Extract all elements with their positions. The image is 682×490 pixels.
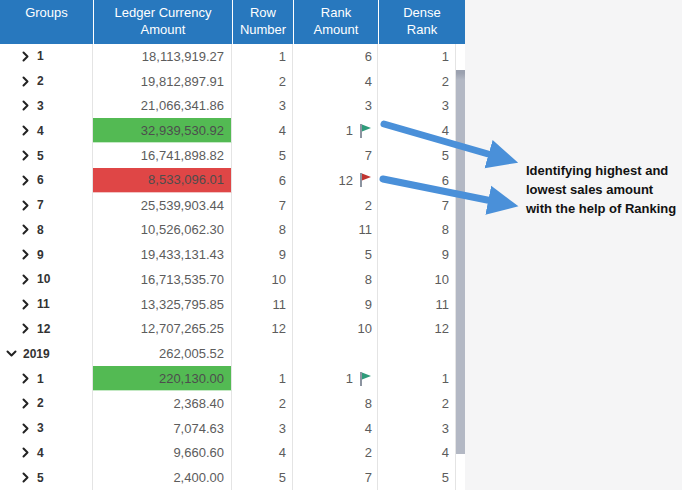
dense-rank-cell: 9	[378, 242, 456, 267]
group-cell[interactable]: 2	[0, 391, 93, 416]
chevron-right-icon[interactable]	[20, 200, 31, 211]
row-number-cell: 1	[232, 366, 293, 391]
rank-amount-cell: 1	[293, 366, 378, 391]
chevron-right-icon[interactable]	[20, 274, 31, 285]
group-cell[interactable]: 4	[0, 118, 93, 143]
row-number-cell: 5	[232, 143, 293, 168]
flag-green-icon	[356, 371, 372, 387]
group-cell[interactable]: 1	[0, 44, 93, 69]
rank-amount-cell: 6	[293, 44, 378, 69]
dense-rank-cell: 2	[378, 69, 456, 94]
group-label: 2	[37, 74, 44, 88]
rank-value: 8	[365, 396, 372, 411]
chevron-right-icon[interactable]	[20, 224, 31, 235]
amount-cell: 16,741,898.82	[93, 143, 232, 168]
chevron-right-icon[interactable]	[20, 125, 31, 136]
group-cell[interactable]: 2	[0, 69, 93, 94]
amount-cell: 9,660.60	[93, 441, 232, 466]
row-number-cell: 4	[232, 441, 293, 466]
chevron-right-icon[interactable]	[20, 447, 31, 458]
chevron-right-icon[interactable]	[20, 51, 31, 62]
group-cell[interactable]: 8	[0, 217, 93, 242]
chevron-right-icon[interactable]	[20, 150, 31, 161]
table-row: 321,066,341.86333	[0, 94, 465, 119]
rank-value: 7	[365, 148, 372, 163]
rank-amount-cell: 2	[293, 441, 378, 466]
column-header-label: Amount	[94, 21, 232, 38]
column-header-label: Rank	[294, 4, 378, 21]
chevron-right-icon[interactable]	[20, 423, 31, 434]
chevron-right-icon[interactable]	[20, 76, 31, 87]
rank-amount-cell	[293, 341, 378, 366]
group-label: 2019	[23, 347, 50, 361]
chevron-right-icon[interactable]	[20, 472, 31, 483]
chevron-right-icon[interactable]	[20, 299, 31, 310]
group-cell[interactable]: 5	[0, 143, 93, 168]
row-number-cell: 11	[232, 292, 293, 317]
scrollbar-thumb[interactable]	[456, 70, 465, 454]
amount-cell: 7,074.63	[93, 416, 232, 441]
rank-amount-cell: 7	[293, 465, 378, 490]
column-header-label: Ledger Currency	[94, 4, 232, 21]
row-number-cell: 2	[232, 69, 293, 94]
table-row: 725,539,903.44727	[0, 193, 465, 218]
dense-rank-cell: 2	[378, 391, 456, 416]
amount-cell-highlighted-red: 8,533,096.01	[93, 168, 232, 193]
group-label: 12	[37, 322, 50, 336]
group-label: 3	[37, 99, 44, 113]
dense-rank-cell: 12	[378, 317, 456, 342]
column-header-groups[interactable]: Groups	[0, 0, 93, 44]
group-cell[interactable]: 3	[0, 94, 93, 119]
rank-amount-cell: 12	[293, 168, 378, 193]
group-cell[interactable]: 4	[0, 441, 93, 466]
group-cell[interactable]: 9	[0, 242, 93, 267]
rank-amount-cell: 2	[293, 193, 378, 218]
group-label: 11	[37, 297, 50, 311]
group-cell[interactable]: 7	[0, 193, 93, 218]
group-cell[interactable]: 2019	[0, 341, 93, 366]
rank-value: 3	[365, 98, 372, 113]
rank-value: 5	[365, 247, 372, 262]
chevron-right-icon[interactable]	[20, 100, 31, 111]
group-cell[interactable]: 3	[0, 416, 93, 441]
chevron-right-icon[interactable]	[20, 373, 31, 384]
flag-red-icon	[356, 172, 372, 188]
group-cell[interactable]: 5	[0, 465, 93, 490]
chevron-down-icon[interactable]	[6, 348, 17, 359]
group-label: 4	[37, 124, 44, 138]
group-label: 9	[37, 248, 44, 262]
rank-amount-cell: 1	[293, 118, 378, 143]
column-header-row-number[interactable]: Row Number	[232, 0, 293, 44]
table-row: 37,074.63343	[0, 416, 465, 441]
column-header-ledger-currency-amount[interactable]: Ledger Currency Amount	[93, 0, 232, 44]
group-label: 3	[37, 421, 44, 435]
rank-value: 11	[359, 222, 373, 237]
rank-amount-cell: 3	[293, 94, 378, 119]
vertical-scrollbar[interactable]	[456, 44, 465, 490]
column-header-label: Number	[233, 21, 293, 38]
group-cell[interactable]: 10	[0, 267, 93, 292]
table-row: 22,368.40282	[0, 391, 465, 416]
group-label: 5	[37, 471, 44, 485]
chevron-right-icon[interactable]	[20, 249, 31, 260]
column-header-rank-amount[interactable]: Rank Amount	[293, 0, 378, 44]
group-cell[interactable]: 6	[0, 168, 93, 193]
group-label: 10	[37, 272, 50, 286]
amount-cell: 10,526,062.30	[93, 217, 232, 242]
row-number-cell: 8	[232, 217, 293, 242]
table-row: 919,433,131.43959	[0, 242, 465, 267]
row-number-cell: 12	[232, 317, 293, 342]
rank-value: 12	[339, 173, 353, 188]
group-cell[interactable]: 11	[0, 292, 93, 317]
dense-rank-cell: 7	[378, 193, 456, 218]
chevron-right-icon[interactable]	[20, 398, 31, 409]
dense-rank-cell: 5	[378, 465, 456, 490]
column-header-dense-rank[interactable]: Dense Rank	[378, 0, 465, 44]
group-cell[interactable]: 12	[0, 317, 93, 342]
chevron-right-icon[interactable]	[20, 175, 31, 186]
column-header-label: Dense	[379, 4, 465, 21]
group-cell[interactable]: 1	[0, 366, 93, 391]
column-header-label: Row	[233, 4, 293, 21]
chevron-right-icon[interactable]	[20, 323, 31, 334]
amount-cell: 12,707,265.25	[93, 317, 232, 342]
